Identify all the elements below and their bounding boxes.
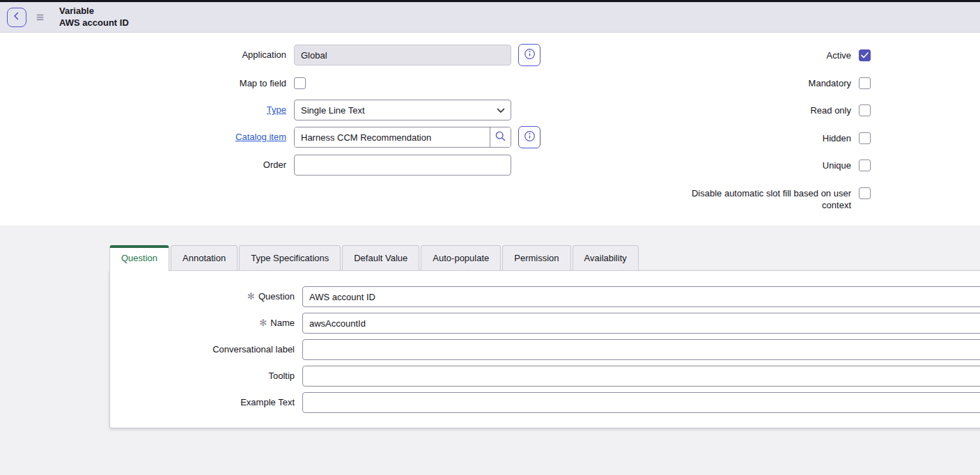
mandatory-row: Mandatory: [564, 77, 871, 90]
hidden-row: Hidden: [564, 132, 871, 145]
info-icon: [524, 48, 536, 62]
application-label: Application: [0, 49, 294, 61]
catalog-item-lookup-button[interactable]: [490, 127, 511, 147]
question-tab-panel: ✻Question ✻Name Conversational label Too…: [109, 270, 980, 428]
name-label: ✻Name: [110, 318, 302, 329]
tab-question[interactable]: Question: [109, 245, 169, 271]
type-label-link[interactable]: Type: [267, 104, 286, 115]
required-icon: ✻: [259, 318, 267, 328]
question-field[interactable]: [302, 286, 980, 307]
chevron-left-icon: [13, 12, 21, 22]
catalog-item-field[interactable]: [295, 127, 490, 147]
form-header: ≡ Variable AWS account ID: [0, 2, 980, 33]
tooltip-row: Tooltip: [110, 366, 980, 387]
application-row: Application: [0, 44, 557, 66]
tooltip-field[interactable]: [302, 366, 980, 387]
record-name-label: AWS account ID: [59, 17, 129, 29]
hidden-checkbox[interactable]: [859, 132, 871, 144]
conversational-label-field[interactable]: [302, 339, 980, 360]
read-only-row: Read only: [564, 104, 871, 117]
tab-section: Question Annotation Type Specifications …: [0, 226, 980, 475]
active-checkbox[interactable]: [859, 49, 871, 61]
form-right-column: Active Mandatory Read only Hidden Unique…: [564, 33, 871, 227]
form-left-column: Application Map to field Type Single Lin…: [0, 33, 557, 176]
context-menu-icon[interactable]: ≡: [36, 10, 44, 24]
order-label: Order: [0, 159, 294, 171]
catalog-item-row: Catalog item: [0, 126, 557, 148]
back-button[interactable]: [7, 8, 26, 27]
active-row: Active: [564, 49, 871, 62]
map-to-field-label: Map to field: [0, 78, 294, 89]
read-only-label: Read only: [810, 104, 859, 117]
type-select-wrap: Single Line Text: [294, 100, 511, 120]
hidden-label: Hidden: [823, 132, 859, 145]
disable-slot-fill-checkbox[interactable]: [859, 187, 871, 199]
tab-auto-populate[interactable]: Auto-populate: [421, 245, 501, 270]
catalog-item-info-button[interactable]: [518, 126, 540, 148]
conversational-label-row: Conversational label: [110, 339, 980, 360]
order-row: Order: [0, 155, 557, 176]
read-only-checkbox[interactable]: [859, 104, 871, 116]
disable-slot-fill-label: Disable automatic slot fill based on use…: [681, 187, 859, 212]
name-field[interactable]: [302, 313, 980, 334]
conversational-label-label: Conversational label: [110, 344, 302, 355]
info-icon: [524, 130, 536, 144]
question-label: ✻Question: [110, 291, 302, 302]
tab-annotation[interactable]: Annotation: [171, 245, 238, 270]
tab-strip: Question Annotation Type Specifications …: [109, 245, 980, 270]
unique-row: Unique: [564, 159, 871, 172]
mandatory-checkbox[interactable]: [859, 77, 871, 89]
check-icon: [861, 50, 869, 61]
tab-permission[interactable]: Permission: [502, 245, 570, 270]
map-to-field-row: Map to field: [0, 77, 557, 89]
application-info-button[interactable]: [518, 44, 540, 66]
search-icon: [495, 130, 506, 144]
example-text-row: Example Text: [110, 392, 980, 413]
mandatory-label: Mandatory: [809, 77, 859, 90]
unique-checkbox[interactable]: [859, 159, 871, 171]
tab-default-value[interactable]: Default Value: [342, 245, 419, 270]
record-title: Variable AWS account ID: [59, 6, 129, 29]
active-label: Active: [827, 49, 859, 62]
type-select[interactable]: Single Line Text: [295, 100, 511, 120]
form-body: Application Map to field Type Single Lin…: [0, 33, 980, 226]
order-field[interactable]: [294, 155, 511, 176]
disable-slot-fill-row: Disable automatic slot fill based on use…: [564, 187, 871, 212]
example-text-label: Example Text: [110, 397, 302, 408]
record-type-label: Variable: [59, 6, 129, 17]
catalog-item-label-link[interactable]: Catalog item: [235, 132, 286, 142]
tooltip-label: Tooltip: [110, 371, 302, 382]
map-to-field-checkbox[interactable]: [294, 77, 306, 89]
name-row: ✻Name: [110, 313, 980, 334]
question-row: ✻Question: [110, 286, 980, 307]
catalog-item-reference: [294, 127, 511, 148]
application-field: [294, 45, 511, 65]
required-icon: ✻: [247, 291, 255, 302]
tab-availability[interactable]: Availability: [573, 245, 639, 270]
type-row: Type Single Line Text: [0, 100, 557, 120]
unique-label: Unique: [823, 159, 859, 172]
tab-type-specifications[interactable]: Type Specifications: [239, 245, 341, 270]
example-text-field[interactable]: [302, 392, 980, 413]
